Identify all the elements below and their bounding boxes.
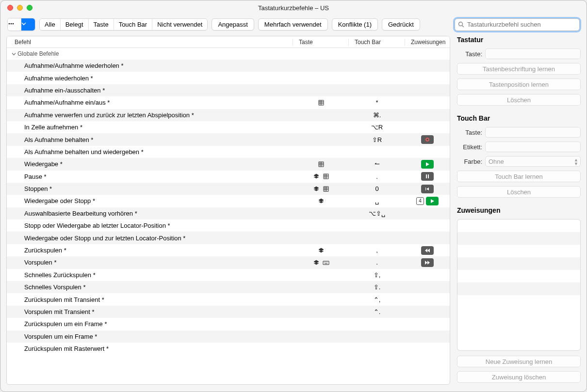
play-pill-icon [421,160,434,169]
table-row[interactable]: Zurückspulen mit Rasterwert * [7,343,450,355]
select-farbe[interactable]: Ohne ▲▼ [485,156,581,167]
cell-assignments [405,185,450,193]
filter-taste[interactable]: Taste [89,19,114,30]
table-header: Befehl Taste Touch Bar Zuweisungen [7,36,450,48]
cell-touchbar: 0 [349,185,405,192]
cell-assignments: 4 [405,197,450,205]
cell-command: Aufnahme wiederholen * [7,75,293,82]
cell-command: Vorspulen mit Transient * [7,308,293,315]
svg-point-3 [459,22,463,26]
table-row[interactable]: Stoppen *0 [7,183,450,195]
button-mehrfach[interactable]: Mehrfach verwendet [258,18,328,31]
cell-assignments [405,160,450,169]
cell-command: Aufnahme verwerfen und zurück zur letzte… [7,111,293,119]
cell-key [293,186,349,192]
table-row[interactable]: Aufnahme verwerfen und zurück zur letzte… [7,109,450,121]
stack-icon [313,173,320,180]
table-row[interactable]: Zurückspulen *, [7,244,450,256]
button-gedruckt[interactable]: Gedrückt [382,18,420,31]
filter-touchbar[interactable]: Touch Bar [114,19,153,30]
table-row[interactable]: Vorspulen um ein Frame * [7,330,450,343]
label-tb-taste: Taste: [457,129,482,136]
close-icon[interactable] [7,5,13,11]
button-tb-lernen[interactable]: Touch Bar lernen [457,171,581,182]
table-row[interactable]: Wiedergabe *↼ [7,158,450,170]
table-row[interactable]: Zurückspulen mit Transient *⌃, [7,293,450,305]
table-row[interactable]: Auswahlbasierte Bearbeitung vorhören *⌥⇧… [7,207,450,220]
table-row[interactable]: Als Aufnahme behalten und wiedergeben * [7,146,450,158]
table-row[interactable]: Schnelles Vorspulen *⇧. [7,281,450,293]
minimize-icon[interactable] [17,5,23,11]
assignments-list[interactable] [457,219,581,351]
cell-command: Vorspulen * [7,259,293,266]
numpad-icon [323,186,329,192]
rew-pill-icon [421,246,434,255]
cell-command: Schnelles Zurückspulen * [7,271,293,279]
stack-icon [318,247,325,254]
side-panel: Tastatur Taste: Tastenbeschriftung lerne… [457,36,581,385]
titlebar: Tastaturkurzbefehle – US [0,0,587,15]
cell-touchbar: ⇧R [349,136,405,143]
button-angepasst[interactable]: Angepasst [212,18,254,31]
button-zuweisung-loeschen[interactable]: Zuweisung löschen [457,371,581,383]
col-key[interactable]: Taste [293,39,349,46]
label-taste: Taste: [457,50,482,58]
field-taste[interactable] [485,48,581,59]
table-row[interactable]: Aufnahme/Aufnahme ein/aus ** [7,96,450,109]
traffic-lights [7,5,33,11]
table-row[interactable]: Vorspulen *. [7,256,450,268]
table-row[interactable]: Aufnahme/Aufnahme wiederholen * [7,60,450,72]
cell-command: Wiedergabe oder Stopp * [7,197,293,204]
group-row[interactable]: Globale Befehle [7,48,450,60]
cell-command: Als Aufnahme behalten und wiedergeben * [7,148,293,156]
shortcut-table: Befehl Taste Touch Bar Zuweisungen Globa… [6,36,450,385]
options-button[interactable] [8,18,21,31]
table-row[interactable]: Wiedergabe oder Stopp und zur letzten Lo… [7,232,450,244]
col-touchbar[interactable]: Touch Bar [349,39,405,46]
col-assign[interactable]: Zuweisungen [405,39,450,46]
filter-alle[interactable]: Alle [40,19,61,30]
cell-command: Auswahlbasierte Bearbeitung vorhören * [7,210,293,217]
cell-touchbar: * [349,99,405,106]
cell-key [293,198,349,204]
table-row[interactable]: Stopp oder Wiedergabe ab letzter Locator… [7,220,450,232]
button-loeschen-tastatur[interactable]: Löschen [457,94,581,106]
cell-command: Vorspulen um ein Frame * [7,333,293,340]
toolbar: Alle Belegt Taste Touch Bar Nicht verwen… [0,15,587,36]
maximize-icon[interactable] [27,5,33,11]
stack-icon [313,186,320,192]
cell-assignments [405,258,450,267]
button-neue-zuweisung[interactable]: Neue Zuweisung lernen [457,356,581,367]
filter-group: Alle Belegt Taste Touch Bar Nicht verwen… [39,18,208,31]
button-tastenbeschriftung[interactable]: Tastenbeschriftung lernen [457,63,581,75]
table-row[interactable]: Aufnahme ein-/ausschalten * [7,84,450,96]
table-row[interactable]: In Zelle aufnehmen *⌥R [7,121,450,133]
field-tb-taste[interactable] [485,127,581,138]
table-row[interactable]: Vorspulen mit Transient *⌃. [7,306,450,318]
field-etikett[interactable] [485,141,581,152]
record-pill-icon [421,135,434,144]
cell-touchbar: . [349,173,405,180]
pause-pill-icon [421,172,434,181]
table-row[interactable]: Schnelles Zurückspulen *⇧, [7,269,450,281]
table-row[interactable]: Wiedergabe oder Stopp *␣4 [7,195,450,207]
table-row[interactable]: Zurückspulen um ein Frame * [7,318,450,330]
cell-touchbar: ⌥⇧␣ [349,210,405,217]
table-row[interactable]: Als Aufnahme behalten *⇧R [7,133,450,145]
button-konflikte[interactable]: Konflikte (1) [332,18,378,31]
search-input[interactable] [466,20,576,29]
button-tastenposition[interactable]: Tastenposition lernen [457,78,581,90]
cell-touchbar: ␣ [349,197,405,204]
options-dropdown[interactable] [21,18,35,31]
cell-command: Wiedergabe * [7,160,293,168]
search-field[interactable] [455,18,580,31]
table-row[interactable]: Pause *. [7,171,450,183]
col-command[interactable]: Befehl [7,39,293,46]
filter-belegt[interactable]: Belegt [61,19,89,30]
table-row[interactable]: Aufnahme wiederholen * [7,72,450,84]
stack-icon [313,259,320,266]
filter-nicht-verwendet[interactable]: Nicht verwendet [152,19,207,30]
cell-touchbar: ↼ [349,160,405,168]
cell-command: In Zelle aufnehmen * [7,124,293,131]
button-loeschen-tb[interactable]: Löschen [457,186,581,198]
